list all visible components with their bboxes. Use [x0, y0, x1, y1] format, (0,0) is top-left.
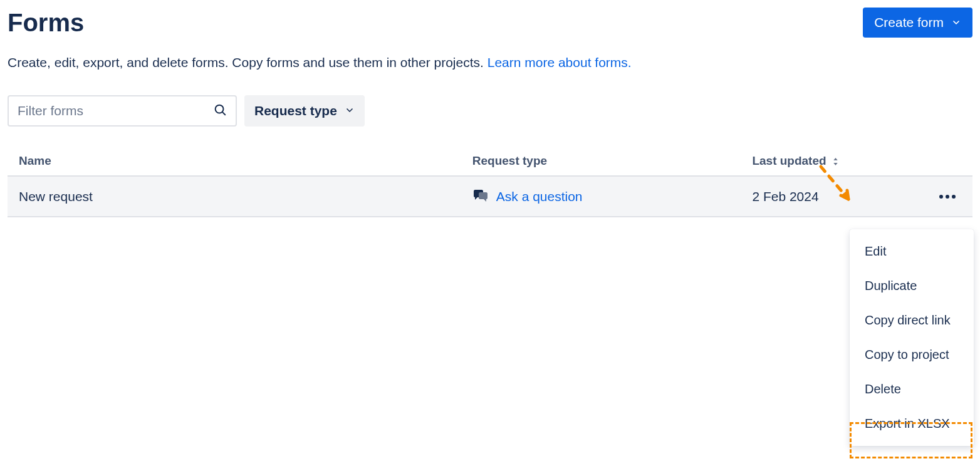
column-header-request-type[interactable]: Request type	[461, 147, 741, 176]
table-row[interactable]: New request Ask a question 2 Feb 2024	[8, 176, 972, 217]
svg-point-3	[952, 195, 956, 199]
sort-icon	[832, 157, 839, 166]
menu-item-copy-to-project[interactable]: Copy to project	[850, 338, 974, 372]
learn-more-link[interactable]: Learn more about forms.	[487, 55, 632, 70]
menu-item-export-xlsx[interactable]: Export in XLSX	[850, 406, 974, 441]
more-actions-button[interactable]	[934, 187, 961, 206]
page-description: Create, edit, export, and delete forms. …	[8, 55, 972, 70]
form-name-cell: New request	[8, 176, 461, 217]
filters-row: Request type	[8, 95, 972, 127]
column-header-actions	[905, 147, 972, 176]
search-icon	[213, 103, 227, 119]
filter-forms-input-wrap[interactable]	[8, 95, 237, 127]
chevron-down-icon	[951, 18, 961, 28]
menu-item-duplicate[interactable]: Duplicate	[850, 269, 974, 303]
filter-forms-input[interactable]	[18, 103, 213, 118]
chat-bubble-icon	[472, 190, 489, 204]
last-updated-cell: 2 Feb 2024	[741, 176, 905, 217]
request-type-filter[interactable]: Request type	[244, 95, 365, 127]
svg-point-2	[946, 195, 949, 199]
create-form-button[interactable]: Create form	[863, 8, 972, 38]
forms-table: Name Request type Last updated New reque…	[8, 147, 972, 217]
column-header-last-updated-label: Last updated	[752, 154, 826, 167]
menu-item-edit[interactable]: Edit	[850, 234, 974, 269]
request-type-filter-label: Request type	[254, 103, 337, 118]
chevron-down-icon	[345, 103, 355, 118]
create-form-label: Create form	[874, 15, 944, 30]
menu-item-copy-direct-link[interactable]: Copy direct link	[850, 303, 974, 338]
page-title: Forms	[8, 9, 84, 37]
page-header: Forms Create form	[8, 8, 972, 38]
row-actions-menu: Edit Duplicate Copy direct link Copy to …	[850, 229, 974, 446]
svg-point-1	[939, 195, 943, 199]
column-header-name[interactable]: Name	[8, 147, 461, 176]
request-type-cell-wrap: Ask a question	[461, 176, 741, 217]
request-type-link[interactable]: Ask a question	[496, 189, 583, 204]
more-horizontal-icon	[939, 192, 956, 201]
column-header-last-updated[interactable]: Last updated	[741, 147, 905, 176]
description-text: Create, edit, export, and delete forms. …	[8, 55, 487, 70]
menu-item-delete[interactable]: Delete	[850, 372, 974, 406]
